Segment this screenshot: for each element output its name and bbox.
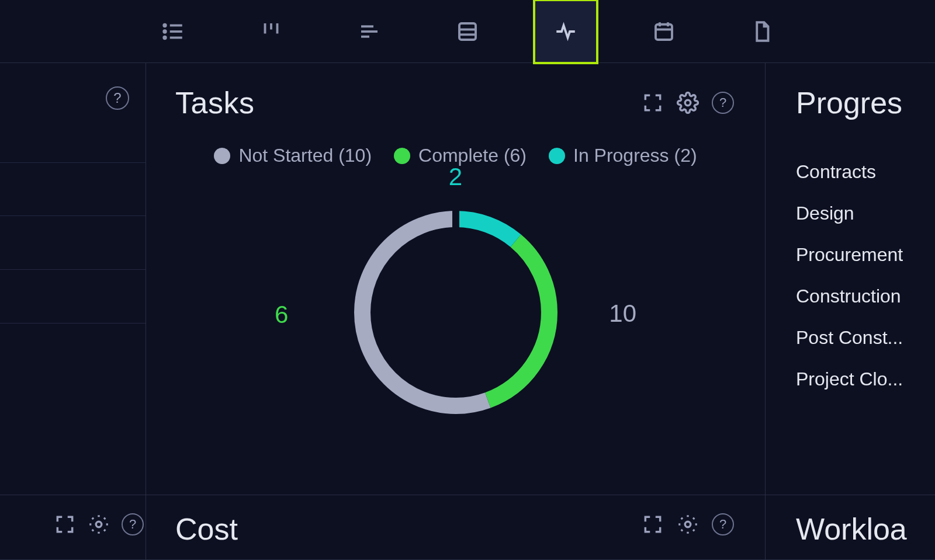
settings-button[interactable] (675, 90, 701, 116)
cost-title: Cost (175, 512, 238, 547)
swatch-icon (214, 148, 230, 164)
help-button[interactable]: ? (120, 512, 146, 537)
svg-rect-15 (656, 24, 672, 39)
progress-item-construction[interactable]: Construction (796, 286, 935, 307)
progress-panel: Progres Contracts Design Procurement Con… (766, 63, 935, 495)
expand-button[interactable] (52, 512, 78, 537)
tab-table[interactable] (436, 0, 499, 63)
svg-point-0 (164, 24, 166, 26)
swatch-icon (549, 148, 565, 164)
settings-button[interactable] (675, 512, 701, 537)
tab-list[interactable] (141, 0, 205, 63)
legend-label: Not Started (10) (238, 145, 372, 166)
expand-button[interactable] (640, 90, 666, 116)
tasks-title: Tasks (175, 85, 254, 120)
svg-point-2 (164, 30, 166, 33)
workload-panel: Workloa (766, 495, 935, 560)
swatch-icon (394, 148, 410, 164)
legend-in-progress[interactable]: In Progress (2) (549, 145, 697, 166)
progress-item-project-close[interactable]: Project Clo... (796, 368, 935, 390)
gear-icon (88, 513, 110, 535)
left-sidebar: ? (0, 63, 146, 495)
gear-icon (677, 513, 699, 535)
help-button[interactable]: ? (106, 86, 129, 110)
label-not-started: 10 (609, 300, 636, 328)
svg-point-4 (164, 36, 166, 39)
progress-item-procurement[interactable]: Procurement (796, 244, 935, 266)
help-button[interactable]: ? (710, 90, 736, 116)
sidebar-row[interactable] (0, 162, 146, 216)
expand-button[interactable] (640, 512, 666, 537)
workload-title: Workloa (796, 512, 935, 547)
sidebar-row[interactable] (0, 270, 146, 324)
help-icon: ? (712, 92, 734, 114)
svg-point-21 (96, 521, 102, 527)
tab-dashboard[interactable] (534, 0, 597, 63)
expand-icon (642, 513, 664, 535)
view-toolbar (0, 0, 935, 63)
tasks-panel: Tasks ? Not Started (10) Complete (146, 63, 766, 495)
expand-icon (642, 92, 664, 114)
legend-not-started[interactable]: Not Started (10) (214, 145, 372, 166)
gear-icon (677, 92, 699, 114)
tasks-donut-chart: 2 6 10 (175, 172, 736, 453)
tab-calendar[interactable] (632, 0, 695, 63)
svg-point-22 (685, 521, 691, 527)
expand-icon (54, 513, 76, 535)
help-icon: ? (106, 86, 129, 110)
sidebar-row[interactable] (0, 216, 146, 270)
legend-label: In Progress (2) (573, 145, 697, 166)
svg-rect-12 (459, 23, 476, 40)
cost-panel: Cost ? (146, 495, 766, 560)
label-complete: 6 (275, 301, 288, 329)
label-in-progress: 2 (449, 163, 462, 191)
tab-board[interactable] (240, 0, 303, 63)
svg-point-19 (685, 100, 691, 106)
help-icon: ? (122, 513, 144, 535)
progress-item-design[interactable]: Design (796, 203, 935, 224)
progress-title: Progres (796, 85, 935, 120)
help-icon: ? (712, 513, 734, 535)
help-button[interactable]: ? (710, 512, 736, 537)
tab-document[interactable] (730, 0, 794, 63)
settings-button[interactable] (86, 512, 112, 537)
legend-label: Complete (6) (418, 145, 527, 166)
tab-timeline[interactable] (338, 0, 401, 63)
progress-item-post-construction[interactable]: Post Const... (796, 327, 935, 349)
progress-item-contracts[interactable]: Contracts (796, 161, 935, 183)
bottom-left-cell: ? (0, 495, 146, 560)
